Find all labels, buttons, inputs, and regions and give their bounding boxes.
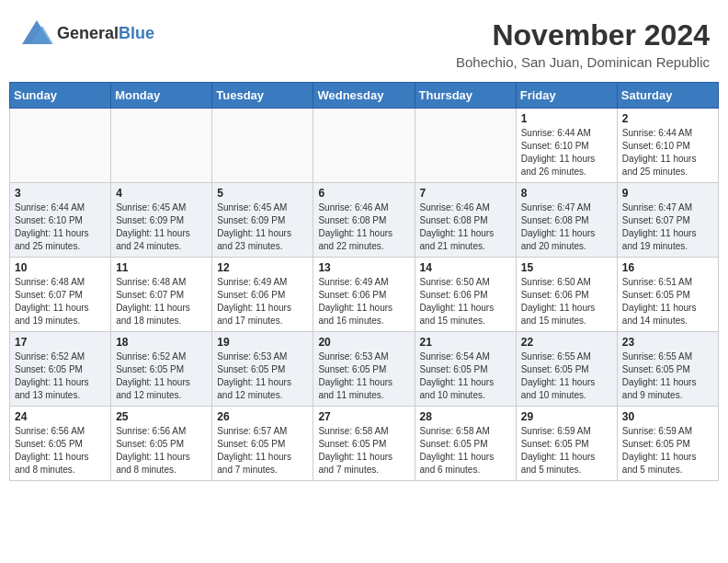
day-number: 10 [15, 261, 106, 274]
day-number: 24 [15, 410, 106, 423]
calendar-day-empty [111, 109, 212, 183]
calendar-day-21: 21Sunrise: 6:54 AM Sunset: 6:05 PM Dayli… [415, 332, 516, 407]
day-number: 22 [521, 336, 612, 349]
weekday-header-monday: Monday [111, 83, 212, 109]
day-info: Sunrise: 6:50 AM Sunset: 6:06 PM Dayligh… [521, 276, 612, 327]
calendar-day-10: 10Sunrise: 6:48 AM Sunset: 6:07 PM Dayli… [10, 258, 111, 332]
day-info: Sunrise: 6:56 AM Sunset: 6:05 PM Dayligh… [15, 425, 106, 477]
day-number: 5 [217, 187, 308, 200]
weekday-header-sunday: Sunday [10, 83, 111, 109]
day-info: Sunrise: 6:53 AM Sunset: 6:05 PM Dayligh… [217, 350, 308, 402]
calendar-day-2: 2Sunrise: 6:44 AM Sunset: 6:10 PM Daylig… [617, 109, 718, 183]
month-title: November 2024 [456, 18, 710, 52]
day-number: 7 [420, 187, 511, 200]
calendar-week-row-1: 1Sunrise: 6:44 AM Sunset: 6:10 PM Daylig… [10, 109, 719, 183]
day-number: 28 [420, 410, 511, 423]
day-number: 18 [116, 336, 207, 349]
location-title: Bohechio, San Juan, Dominican Republic [456, 54, 710, 70]
calendar-day-3: 3Sunrise: 6:44 AM Sunset: 6:10 PM Daylig… [10, 183, 111, 258]
day-info: Sunrise: 6:48 AM Sunset: 6:07 PM Dayligh… [116, 276, 207, 327]
day-info: Sunrise: 6:57 AM Sunset: 6:05 PM Dayligh… [217, 425, 308, 477]
calendar-day-14: 14Sunrise: 6:50 AM Sunset: 6:06 PM Dayli… [415, 258, 516, 332]
day-number: 26 [217, 410, 308, 423]
calendar-day-empty [415, 109, 516, 183]
calendar-day-16: 16Sunrise: 6:51 AM Sunset: 6:05 PM Dayli… [617, 258, 718, 332]
day-info: Sunrise: 6:52 AM Sunset: 6:05 PM Dayligh… [116, 350, 207, 402]
title-section: November 2024 Bohechio, San Juan, Domini… [456, 18, 710, 70]
day-number: 20 [318, 336, 409, 349]
logo-icon [18, 18, 53, 48]
day-info: Sunrise: 6:51 AM Sunset: 6:05 PM Dayligh… [622, 276, 713, 327]
day-info: Sunrise: 6:46 AM Sunset: 6:08 PM Dayligh… [420, 201, 511, 253]
calendar-day-8: 8Sunrise: 6:47 AM Sunset: 6:08 PM Daylig… [516, 183, 617, 258]
calendar-day-18: 18Sunrise: 6:52 AM Sunset: 6:05 PM Dayli… [111, 332, 212, 407]
weekday-header-tuesday: Tuesday [212, 83, 313, 109]
day-number: 4 [116, 187, 207, 200]
calendar-day-15: 15Sunrise: 6:50 AM Sunset: 6:06 PM Dayli… [516, 258, 617, 332]
day-info: Sunrise: 6:46 AM Sunset: 6:08 PM Dayligh… [318, 201, 409, 253]
day-number: 13 [318, 261, 409, 274]
calendar-day-22: 22Sunrise: 6:55 AM Sunset: 6:05 PM Dayli… [516, 332, 617, 407]
day-info: Sunrise: 6:59 AM Sunset: 6:05 PM Dayligh… [521, 425, 612, 477]
calendar-day-6: 6Sunrise: 6:46 AM Sunset: 6:08 PM Daylig… [313, 183, 415, 258]
day-number: 27 [318, 410, 409, 423]
day-number: 14 [420, 261, 511, 274]
calendar-week-row-4: 17Sunrise: 6:52 AM Sunset: 6:05 PM Dayli… [10, 332, 719, 407]
weekday-header-thursday: Thursday [415, 83, 516, 109]
calendar-day-27: 27Sunrise: 6:58 AM Sunset: 6:05 PM Dayli… [313, 407, 415, 481]
day-number: 6 [318, 187, 409, 200]
calendar-day-30: 30Sunrise: 6:59 AM Sunset: 6:05 PM Dayli… [617, 407, 718, 481]
day-number: 29 [521, 410, 612, 423]
day-number: 9 [622, 187, 713, 200]
calendar-day-7: 7Sunrise: 6:46 AM Sunset: 6:08 PM Daylig… [415, 183, 516, 258]
calendar-day-13: 13Sunrise: 6:49 AM Sunset: 6:06 PM Dayli… [313, 258, 415, 332]
day-info: Sunrise: 6:45 AM Sunset: 6:09 PM Dayligh… [217, 201, 308, 253]
logo-general: General [57, 24, 119, 42]
weekday-header-row: SundayMondayTuesdayWednesdayThursdayFrid… [10, 83, 719, 109]
day-number: 11 [116, 261, 207, 274]
day-info: Sunrise: 6:44 AM Sunset: 6:10 PM Dayligh… [622, 127, 713, 178]
day-number: 17 [15, 336, 106, 349]
calendar-table: SundayMondayTuesdayWednesdayThursdayFrid… [9, 82, 719, 481]
day-info: Sunrise: 6:55 AM Sunset: 6:05 PM Dayligh… [622, 350, 713, 402]
day-number: 25 [116, 410, 207, 423]
day-info: Sunrise: 6:49 AM Sunset: 6:06 PM Dayligh… [217, 276, 308, 327]
calendar-day-empty [212, 109, 313, 183]
day-info: Sunrise: 6:45 AM Sunset: 6:09 PM Dayligh… [116, 201, 207, 253]
day-info: Sunrise: 6:55 AM Sunset: 6:05 PM Dayligh… [521, 350, 612, 402]
calendar-day-9: 9Sunrise: 6:47 AM Sunset: 6:07 PM Daylig… [617, 183, 718, 258]
calendar-day-19: 19Sunrise: 6:53 AM Sunset: 6:05 PM Dayli… [212, 332, 313, 407]
day-number: 23 [622, 336, 713, 349]
calendar-day-26: 26Sunrise: 6:57 AM Sunset: 6:05 PM Dayli… [212, 407, 313, 481]
day-number: 3 [15, 187, 106, 200]
calendar-day-empty [10, 109, 111, 183]
calendar-day-20: 20Sunrise: 6:53 AM Sunset: 6:05 PM Dayli… [313, 332, 415, 407]
calendar-day-5: 5Sunrise: 6:45 AM Sunset: 6:09 PM Daylig… [212, 183, 313, 258]
day-info: Sunrise: 6:56 AM Sunset: 6:05 PM Dayligh… [116, 425, 207, 477]
calendar-day-24: 24Sunrise: 6:56 AM Sunset: 6:05 PM Dayli… [10, 407, 111, 481]
calendar-day-11: 11Sunrise: 6:48 AM Sunset: 6:07 PM Dayli… [111, 258, 212, 332]
page-header: GeneralBlue November 2024 Bohechio, San … [9, 9, 719, 75]
weekday-header-wednesday: Wednesday [313, 83, 415, 109]
day-info: Sunrise: 6:53 AM Sunset: 6:05 PM Dayligh… [318, 350, 409, 402]
day-info: Sunrise: 6:47 AM Sunset: 6:07 PM Dayligh… [622, 201, 713, 253]
calendar-day-4: 4Sunrise: 6:45 AM Sunset: 6:09 PM Daylig… [111, 183, 212, 258]
logo: GeneralBlue [18, 18, 154, 48]
day-number: 8 [521, 187, 612, 200]
day-info: Sunrise: 6:59 AM Sunset: 6:05 PM Dayligh… [622, 425, 713, 477]
calendar-day-empty [313, 109, 415, 183]
logo-blue: Blue [119, 24, 154, 42]
weekday-header-saturday: Saturday [617, 83, 718, 109]
calendar-week-row-5: 24Sunrise: 6:56 AM Sunset: 6:05 PM Dayli… [10, 407, 719, 481]
day-info: Sunrise: 6:50 AM Sunset: 6:06 PM Dayligh… [420, 276, 511, 327]
day-info: Sunrise: 6:44 AM Sunset: 6:10 PM Dayligh… [521, 127, 612, 178]
day-info: Sunrise: 6:58 AM Sunset: 6:05 PM Dayligh… [318, 425, 409, 477]
day-info: Sunrise: 6:47 AM Sunset: 6:08 PM Dayligh… [521, 201, 612, 253]
day-info: Sunrise: 6:54 AM Sunset: 6:05 PM Dayligh… [420, 350, 511, 402]
day-number: 2 [622, 112, 713, 125]
calendar-day-12: 12Sunrise: 6:49 AM Sunset: 6:06 PM Dayli… [212, 258, 313, 332]
day-number: 15 [521, 261, 612, 274]
day-info: Sunrise: 6:44 AM Sunset: 6:10 PM Dayligh… [15, 201, 106, 253]
day-info: Sunrise: 6:52 AM Sunset: 6:05 PM Dayligh… [15, 350, 106, 402]
day-number: 12 [217, 261, 308, 274]
